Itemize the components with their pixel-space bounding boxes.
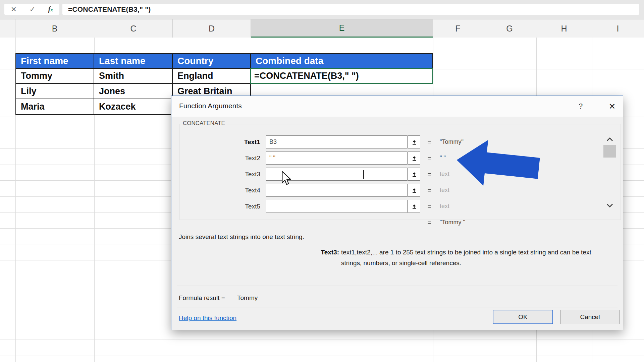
table-header-combined-data[interactable]: Combined data: [250, 53, 433, 69]
collapse-dialog-button[interactable]: [408, 152, 420, 165]
arg-input-text5[interactable]: [266, 200, 408, 213]
formula-result-label: Formula result =: [179, 294, 225, 302]
arg-label-text1: Text1: [218, 135, 260, 148]
function-description: Joins several text strings into one text…: [179, 233, 304, 241]
collapse-dialog-button[interactable]: [408, 200, 420, 213]
column-header-c[interactable]: C: [94, 19, 173, 38]
formula-bar: ✕ ✓ fx =CONCATENATE(B3," "): [0, 0, 644, 19]
collapse-arrow-icon: [411, 187, 417, 193]
arg-help-label: Text3:: [306, 249, 339, 256]
formula-result-value: Tommy: [237, 294, 258, 302]
arg-input-text1[interactable]: B3: [266, 135, 408, 148]
arg-help-line2: strings, numbers, or single-cell referen…: [341, 259, 461, 267]
table-header-first-name[interactable]: First name: [15, 53, 94, 69]
cell-e3-formula-active[interactable]: =CONCATENATE(B3," "): [250, 68, 433, 84]
separator: [177, 286, 618, 286]
arg-result-text5: text: [440, 200, 449, 213]
collapse-dialog-button[interactable]: [408, 184, 420, 197]
table-header-last-name[interactable]: Last name: [94, 53, 173, 69]
collapse-arrow-icon: [411, 203, 417, 209]
dialog-help-button[interactable]: ?: [574, 101, 587, 112]
scroll-up-chevron-icon[interactable]: [605, 136, 614, 143]
cell-c3[interactable]: Smith: [94, 68, 173, 84]
column-header-e-selected[interactable]: E: [251, 19, 433, 38]
equals-sign: =: [425, 200, 434, 213]
column-header-row: B C D E F G H I: [0, 19, 644, 38]
equals-sign: =: [425, 168, 434, 181]
arg-result-text3: text: [440, 168, 449, 181]
arg-label-text5: Text5: [218, 200, 260, 213]
equals-sign: =: [425, 184, 434, 197]
dialog-title: Function Arguments: [179, 102, 242, 110]
column-header-d[interactable]: D: [173, 19, 251, 38]
equals-sign: =: [425, 216, 434, 229]
cell-b4[interactable]: Lily: [15, 83, 94, 99]
close-icon[interactable]: ✕: [605, 100, 620, 113]
function-arguments-dialog: Function Arguments ? ✕ CONCATENATE Text1…: [171, 96, 623, 330]
arg-input-text2[interactable]: " ": [266, 152, 408, 165]
separator: [177, 307, 618, 307]
enter-icon[interactable]: ✓: [30, 6, 36, 13]
column-header-f[interactable]: F: [433, 19, 483, 38]
arg-row-text1: Text1 B3 = "Tommy": [171, 135, 623, 148]
arg-row-text5: Text5 = text: [171, 200, 623, 213]
function-name-label: CONCATENATE: [181, 120, 227, 127]
collapse-arrow-icon: [411, 171, 417, 177]
dialog-titlebar[interactable]: Function Arguments ? ✕: [171, 96, 623, 117]
arg-row-text4: Text4 = text: [171, 184, 623, 197]
formula-text: =CONCATENATE(B3," "): [62, 5, 151, 13]
equals-sign: =: [425, 135, 434, 148]
arg-row-text2: Text2 " " = " ": [171, 152, 623, 165]
scroll-down-chevron-icon[interactable]: [605, 202, 614, 209]
column-header-h[interactable]: H: [536, 19, 592, 38]
scrollbar-thumb[interactable]: [603, 145, 616, 158]
cell-b5[interactable]: Maria: [15, 99, 94, 115]
collapse-dialog-button[interactable]: [408, 168, 420, 181]
cell-c5[interactable]: Kozacek: [94, 99, 173, 115]
mouse-cursor: [281, 171, 291, 186]
arg-value-text1: B3: [269, 138, 277, 145]
cancel-icon[interactable]: ✕: [11, 6, 17, 13]
cell-c4[interactable]: Jones: [94, 83, 173, 99]
arg-label-text2: Text2: [218, 152, 260, 165]
cell-b3[interactable]: Tommy: [15, 68, 94, 84]
formula-bar-buttons: ✕ ✓ fx: [4, 4, 59, 15]
cell-d3[interactable]: England: [172, 68, 251, 84]
insert-function-icon[interactable]: fx: [48, 5, 53, 13]
arg-help-line1: text1,text2,... are 1 to 255 text string…: [341, 249, 591, 256]
help-on-this-function-link[interactable]: Help on this function: [179, 314, 236, 322]
text-caret: [363, 170, 364, 179]
table-header-country[interactable]: Country: [172, 53, 251, 69]
annotation-arrow-left: [453, 137, 547, 194]
arg-label-text4: Text4: [218, 184, 260, 197]
arg-value-text2: " ": [269, 155, 275, 162]
column-header-a[interactable]: [0, 19, 15, 38]
equals-sign: =: [425, 152, 434, 165]
collapse-arrow-icon: [411, 139, 417, 145]
column-header-i[interactable]: I: [592, 19, 644, 38]
arg-row-text3: Text3 = text: [171, 168, 623, 181]
preview-value: "Tommy ": [440, 216, 465, 229]
ok-button[interactable]: OK: [493, 310, 553, 324]
collapse-arrow-icon: [411, 155, 417, 161]
result-preview-row: = "Tommy ": [171, 219, 623, 227]
column-header-b[interactable]: B: [15, 19, 94, 38]
formula-input[interactable]: =CONCATENATE(B3," "): [62, 4, 639, 15]
cancel-button[interactable]: Cancel: [560, 310, 620, 324]
arg-label-text3: Text3: [218, 168, 260, 181]
collapse-dialog-button[interactable]: [408, 135, 420, 148]
arg-result-text2: " ": [440, 152, 446, 165]
arg-result-text4: text: [440, 184, 449, 197]
column-header-g[interactable]: G: [483, 19, 536, 38]
